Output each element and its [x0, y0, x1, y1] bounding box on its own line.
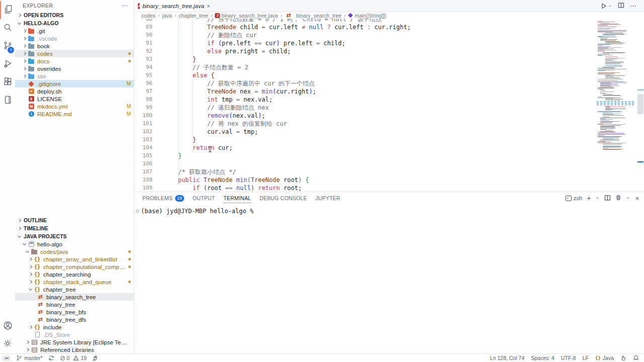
- section-timeline[interactable]: TIMELINE: [15, 224, 134, 232]
- tree-item-chapter_array_and_linkedlist[interactable]: {}chapter_array_and_linkedlist: [15, 255, 134, 263]
- breadcrumb-item[interactable]: Jbinary_search_tree.java: [215, 13, 278, 19]
- activitybar-run-debug[interactable]: [0, 55, 15, 73]
- editor-more-actions[interactable]: ⋯: [630, 2, 637, 10]
- remote-indicator[interactable]: ><: [2, 355, 11, 361]
- tree-item-codes[interactable]: codes: [15, 50, 134, 57]
- tree-item-referenced-libraries[interactable]: Referenced Libraries: [15, 346, 134, 353]
- close-panel-button[interactable]: ×: [635, 195, 639, 202]
- tree-item-chapter_searching[interactable]: {}chapter_searching: [15, 270, 134, 278]
- java-projects-tree: hello-algocodes/java{}chapter_array_and_…: [15, 240, 134, 353]
- encoding[interactable]: UTF-8: [561, 355, 576, 361]
- split-editor-button[interactable]: [618, 2, 624, 11]
- tree-item-codes-java[interactable]: codes/java: [15, 248, 134, 255]
- sidebar-more-actions[interactable]: ⋯: [122, 2, 128, 9]
- package-icon: {}: [33, 324, 41, 330]
- panel-header: PROBLEMS19OUTPUTTERMINALDEBUG CONSOLEJUP…: [134, 192, 644, 204]
- activitybar-account[interactable]: [0, 317, 15, 335]
- new-terminal-button[interactable]: +: [587, 194, 591, 202]
- activitybar-settings[interactable]: [0, 335, 15, 353]
- tree-item-docs[interactable]: docs: [15, 57, 134, 65]
- tree-item-binary_tree[interactable]: ⇄binary_tree: [15, 301, 134, 308]
- section-java-projects[interactable]: JAVA PROJECTS: [15, 232, 134, 240]
- split-terminal-button[interactable]: [604, 195, 611, 202]
- class-icon: ⇄: [36, 309, 44, 315]
- tree-item-label: LICENSE: [37, 96, 62, 102]
- notifications[interactable]: [633, 355, 639, 361]
- line-number: 94: [134, 63, 152, 71]
- tree-item-chapter_tree[interactable]: {}chapter_tree: [15, 286, 134, 293]
- breadcrumb-item[interactable]: chapter_tree: [179, 13, 208, 19]
- tree-item--git[interactable]: .git: [15, 27, 134, 35]
- tree-item-mkdocs-yml[interactable]: Mmkdocs.ymlM: [15, 103, 134, 110]
- activitybar-search[interactable]: [0, 19, 15, 37]
- java-status[interactable]: [620, 355, 626, 361]
- tree-item-include[interactable]: {}include: [15, 323, 134, 331]
- tree-item-license[interactable]: §LICENSE: [15, 95, 134, 103]
- tree-item-chapter_computational_complexity[interactable]: {}chapter_computational_complexity: [15, 263, 134, 270]
- terminal-dropdown-button[interactable]: [595, 195, 600, 201]
- tree-item-deploy-sh[interactable]: >deploy.sh: [15, 87, 134, 95]
- tree-item-hello-algo[interactable]: hello-algo: [15, 240, 134, 248]
- tree-item-binary_tree_dfs[interactable]: ⇄binary_tree_dfs: [15, 316, 134, 323]
- panel-tab-jupyter[interactable]: JUPYTER: [315, 192, 340, 204]
- chevron-right-icon: [18, 13, 21, 17]
- code-editor[interactable]: 88 // 当子结点数量 = 0 / 1 时， child = null / 该…: [134, 19, 644, 192]
- chevron-right-icon: [26, 340, 29, 344]
- activitybar-source-control[interactable]: 7: [0, 37, 15, 55]
- git-branch-item[interactable]: master*: [16, 354, 42, 361]
- kill-terminal-button[interactable]: [615, 195, 621, 202]
- tree-item-overrides[interactable]: overrides: [15, 65, 134, 72]
- tab-close-icon[interactable]: ×: [207, 3, 210, 9]
- tree-item-label: binary_search_tree: [46, 294, 96, 300]
- section-outline[interactable]: OUTLINE: [15, 216, 134, 224]
- tab-binary-search-tree[interactable]: J binary_search_tree.java ×: [134, 0, 200, 12]
- tree-item-book[interactable]: book: [15, 42, 134, 50]
- overview-ruler: [637, 19, 644, 192]
- activitybar-extensions[interactable]: [0, 73, 15, 92]
- panel-tab-problems[interactable]: PROBLEMS19: [142, 192, 184, 204]
- tree-item--vscode[interactable]: .vscode: [15, 35, 134, 42]
- tree-item-site[interactable]: site: [15, 72, 134, 80]
- panel-tab-debug-console[interactable]: DEBUG CONSOLE: [260, 192, 307, 204]
- tree-item-binary_search_tree[interactable]: ⇄binary_search_tree: [15, 293, 134, 301]
- line-number: 95: [134, 71, 152, 79]
- tree-item-readme-md[interactable]: iREADME.mdM: [15, 110, 134, 118]
- run-button[interactable]: [600, 3, 612, 10]
- git-modified-badge: M: [127, 111, 131, 117]
- section-workspace-root[interactable]: HELLO-ALGO: [15, 19, 134, 27]
- tree-item--gitignore[interactable]: .gitignoreM: [15, 80, 134, 87]
- activitybar-notebook[interactable]: [0, 92, 15, 110]
- tree-item-label: .gitignore: [37, 81, 61, 87]
- modified-dot: [128, 250, 131, 253]
- activitybar-explorer[interactable]: [0, 1, 15, 19]
- tree-item-binary_tree_bfs[interactable]: ⇄binary_tree_bfs: [15, 308, 134, 316]
- cursor-position[interactable]: Ln 128, Col 74: [490, 355, 524, 361]
- indentation[interactable]: Spaces: 4: [531, 355, 554, 361]
- language-mode[interactable]: {} Java: [595, 355, 614, 361]
- eol-sequence[interactable]: LF: [583, 355, 589, 361]
- line-number: 92: [134, 47, 152, 55]
- panel-tab-terminal[interactable]: TERMINAL: [223, 192, 251, 204]
- sync-button[interactable]: [48, 355, 54, 361]
- panel-tab-output[interactable]: OUTPUT: [193, 192, 215, 204]
- terminal-shell-picker[interactable]: > zsh: [566, 195, 582, 201]
- breadcrumb-item[interactable]: codes: [141, 13, 155, 19]
- minimap[interactable]: [597, 20, 636, 150]
- tree-item--ds_store[interactable]: .DS_Store: [15, 331, 134, 338]
- breadcrumb-item[interactable]: ⇄binary_search_tree: [285, 12, 342, 19]
- chevron-right-icon: [23, 29, 26, 33]
- line-number: 93: [134, 55, 152, 63]
- breadcrumb-item[interactable]: java: [162, 13, 172, 19]
- terminal-content[interactable]: (base) jyd@JYD-MBP hello-algo %: [134, 204, 644, 353]
- vscode-window: 7: [0, 0, 644, 362]
- breadcrumb-item[interactable]: main(String[]): [348, 13, 386, 19]
- scrollbar-thumb[interactable]: [637, 94, 643, 114]
- tree-item-jre-system-library-eclipse-temurin-17-17-[interactable]: JRE System Library [Eclipse Temurin 17 […: [15, 338, 134, 346]
- section-open-editors[interactable]: OPEN EDITORS: [15, 11, 134, 19]
- problems-summary[interactable]: 0 19: [60, 355, 87, 361]
- code-line-102: 102 cur.val = tmp;: [134, 128, 594, 136]
- tree-item-chapter_stack_and_queue[interactable]: {}chapter_stack_and_queue: [15, 278, 134, 286]
- java-ready-status[interactable]: [92, 355, 98, 361]
- tree-item-label: chapter_searching: [43, 272, 91, 278]
- maximize-panel-button[interactable]: [626, 195, 630, 201]
